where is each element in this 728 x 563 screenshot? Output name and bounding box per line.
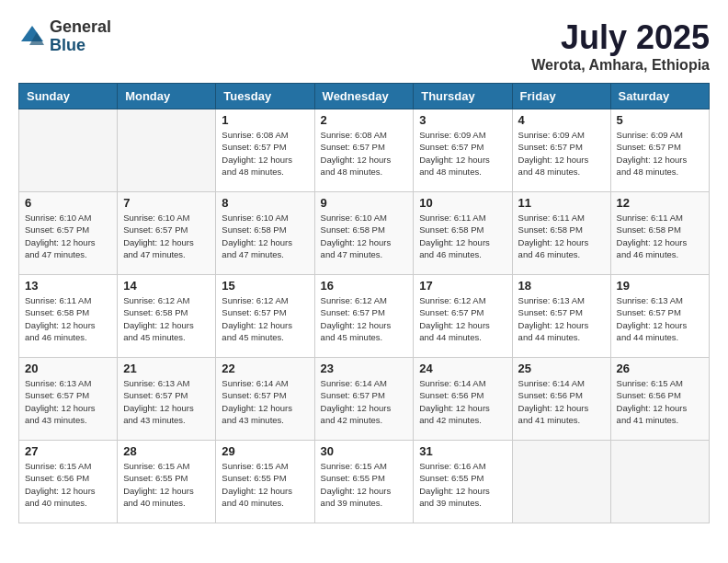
- day-number: 6: [25, 196, 111, 210]
- day-number: 29: [222, 444, 308, 458]
- day-detail: Sunrise: 6:10 AM Sunset: 6:58 PM Dayligh…: [321, 212, 408, 260]
- day-number: 16: [321, 279, 408, 293]
- day-number: 20: [25, 362, 111, 375]
- calendar-day-cell: 15Sunrise: 6:12 AM Sunset: 6:57 PM Dayli…: [216, 275, 314, 358]
- day-number: 28: [123, 444, 210, 458]
- month-year-title: July 2025: [531, 18, 710, 57]
- calendar-day-cell: 26Sunrise: 6:15 AM Sunset: 6:56 PM Dayli…: [610, 358, 709, 441]
- day-of-week-header: Monday: [118, 84, 216, 109]
- day-of-week-header: Thursday: [414, 84, 512, 109]
- calendar-day-cell: 9Sunrise: 6:10 AM Sunset: 6:58 PM Daylig…: [314, 192, 414, 275]
- day-detail: Sunrise: 6:16 AM Sunset: 6:55 PM Dayligh…: [419, 460, 506, 509]
- day-detail: Sunrise: 6:15 AM Sunset: 6:56 PM Dayligh…: [25, 460, 111, 509]
- logo-text: General Blue: [50, 18, 111, 55]
- day-number: 31: [419, 444, 506, 458]
- calendar-week-row: 27Sunrise: 6:15 AM Sunset: 6:56 PM Dayli…: [19, 441, 710, 523]
- calendar-day-cell: 20Sunrise: 6:13 AM Sunset: 6:57 PM Dayli…: [19, 358, 118, 441]
- calendar-day-cell: [610, 441, 709, 523]
- day-number: 18: [518, 279, 605, 293]
- day-number: 4: [518, 113, 605, 127]
- day-of-week-header: Sunday: [19, 84, 118, 109]
- calendar-day-cell: 7Sunrise: 6:10 AM Sunset: 6:57 PM Daylig…: [118, 192, 216, 275]
- calendar-day-cell: 4Sunrise: 6:09 AM Sunset: 6:57 PM Daylig…: [512, 109, 610, 192]
- day-detail: Sunrise: 6:11 AM Sunset: 6:58 PM Dayligh…: [25, 294, 111, 343]
- day-of-week-header: Wednesday: [314, 84, 414, 109]
- calendar-day-cell: [118, 109, 216, 192]
- day-detail: Sunrise: 6:09 AM Sunset: 6:57 PM Dayligh…: [419, 129, 506, 178]
- day-of-week-header: Friday: [512, 84, 610, 109]
- day-detail: Sunrise: 6:12 AM Sunset: 6:57 PM Dayligh…: [222, 294, 308, 343]
- calendar-week-row: 13Sunrise: 6:11 AM Sunset: 6:58 PM Dayli…: [19, 275, 710, 358]
- calendar-day-cell: [19, 109, 118, 192]
- calendar-day-cell: 27Sunrise: 6:15 AM Sunset: 6:56 PM Dayli…: [19, 441, 118, 523]
- day-detail: Sunrise: 6:11 AM Sunset: 6:58 PM Dayligh…: [617, 212, 703, 260]
- day-detail: Sunrise: 6:15 AM Sunset: 6:55 PM Dayligh…: [222, 460, 308, 509]
- day-number: 2: [321, 113, 408, 127]
- logo-blue: Blue: [50, 37, 111, 55]
- day-detail: Sunrise: 6:13 AM Sunset: 6:57 PM Dayligh…: [617, 294, 703, 343]
- day-detail: Sunrise: 6:13 AM Sunset: 6:57 PM Dayligh…: [123, 377, 210, 426]
- day-detail: Sunrise: 6:13 AM Sunset: 6:57 PM Dayligh…: [518, 294, 605, 343]
- day-number: 19: [617, 279, 703, 293]
- calendar-day-cell: [512, 441, 610, 523]
- calendar-day-cell: 30Sunrise: 6:15 AM Sunset: 6:55 PM Dayli…: [314, 441, 414, 523]
- calendar-day-cell: 14Sunrise: 6:12 AM Sunset: 6:58 PM Dayli…: [118, 275, 216, 358]
- calendar-week-row: 6Sunrise: 6:10 AM Sunset: 6:57 PM Daylig…: [19, 192, 710, 275]
- day-detail: Sunrise: 6:09 AM Sunset: 6:57 PM Dayligh…: [518, 129, 605, 178]
- calendar-day-cell: 29Sunrise: 6:15 AM Sunset: 6:55 PM Dayli…: [216, 441, 314, 523]
- day-number: 30: [321, 444, 408, 458]
- day-detail: Sunrise: 6:15 AM Sunset: 6:56 PM Dayligh…: [617, 377, 703, 426]
- calendar-day-cell: 18Sunrise: 6:13 AM Sunset: 6:57 PM Dayli…: [512, 275, 610, 358]
- calendar-day-cell: 6Sunrise: 6:10 AM Sunset: 6:57 PM Daylig…: [19, 192, 118, 275]
- day-number: 12: [617, 196, 703, 210]
- day-number: 11: [518, 196, 605, 210]
- day-number: 1: [222, 113, 308, 127]
- day-number: 7: [123, 196, 210, 210]
- calendar-week-row: 20Sunrise: 6:13 AM Sunset: 6:57 PM Dayli…: [19, 358, 710, 441]
- day-detail: Sunrise: 6:15 AM Sunset: 6:55 PM Dayligh…: [123, 460, 210, 509]
- calendar-day-cell: 11Sunrise: 6:11 AM Sunset: 6:58 PM Dayli…: [512, 192, 610, 275]
- calendar-day-cell: 22Sunrise: 6:14 AM Sunset: 6:57 PM Dayli…: [216, 358, 314, 441]
- day-detail: Sunrise: 6:15 AM Sunset: 6:55 PM Dayligh…: [321, 460, 408, 509]
- calendar-table: SundayMondayTuesdayWednesdayThursdayFrid…: [18, 83, 710, 523]
- day-detail: Sunrise: 6:12 AM Sunset: 6:58 PM Dayligh…: [123, 294, 210, 343]
- calendar-day-cell: 5Sunrise: 6:09 AM Sunset: 6:57 PM Daylig…: [610, 109, 709, 192]
- day-number: 24: [419, 362, 506, 375]
- calendar-day-cell: 19Sunrise: 6:13 AM Sunset: 6:57 PM Dayli…: [610, 275, 709, 358]
- calendar-day-cell: 28Sunrise: 6:15 AM Sunset: 6:55 PM Dayli…: [118, 441, 216, 523]
- calendar-day-cell: 1Sunrise: 6:08 AM Sunset: 6:57 PM Daylig…: [216, 109, 314, 192]
- calendar-header-row: SundayMondayTuesdayWednesdayThursdayFrid…: [19, 84, 710, 109]
- day-detail: Sunrise: 6:13 AM Sunset: 6:57 PM Dayligh…: [25, 377, 111, 426]
- calendar-week-row: 1Sunrise: 6:08 AM Sunset: 6:57 PM Daylig…: [19, 109, 710, 192]
- calendar-day-cell: 2Sunrise: 6:08 AM Sunset: 6:57 PM Daylig…: [314, 109, 414, 192]
- day-number: 14: [123, 279, 210, 293]
- day-detail: Sunrise: 6:11 AM Sunset: 6:58 PM Dayligh…: [419, 212, 506, 260]
- day-number: 26: [617, 362, 703, 375]
- day-number: 17: [419, 279, 506, 293]
- calendar-day-cell: 25Sunrise: 6:14 AM Sunset: 6:56 PM Dayli…: [512, 358, 610, 441]
- day-number: 15: [222, 279, 308, 293]
- calendar-day-cell: 17Sunrise: 6:12 AM Sunset: 6:57 PM Dayli…: [414, 275, 512, 358]
- calendar-day-cell: 12Sunrise: 6:11 AM Sunset: 6:58 PM Dayli…: [610, 192, 709, 275]
- day-detail: Sunrise: 6:09 AM Sunset: 6:57 PM Dayligh…: [617, 129, 703, 178]
- day-number: 3: [419, 113, 506, 127]
- calendar-day-cell: 13Sunrise: 6:11 AM Sunset: 6:58 PM Dayli…: [19, 275, 118, 358]
- page-header: General Blue July 2025 Werota, Amhara, E…: [18, 18, 710, 74]
- day-detail: Sunrise: 6:14 AM Sunset: 6:56 PM Dayligh…: [419, 377, 506, 426]
- day-of-week-header: Tuesday: [216, 84, 314, 109]
- day-detail: Sunrise: 6:11 AM Sunset: 6:58 PM Dayligh…: [518, 212, 605, 260]
- day-number: 21: [123, 362, 210, 375]
- calendar-day-cell: 21Sunrise: 6:13 AM Sunset: 6:57 PM Dayli…: [118, 358, 216, 441]
- day-number: 9: [321, 196, 408, 210]
- day-number: 25: [518, 362, 605, 375]
- location-subtitle: Werota, Amhara, Ethiopia: [531, 57, 710, 74]
- day-detail: Sunrise: 6:08 AM Sunset: 6:57 PM Dayligh…: [222, 129, 308, 178]
- day-of-week-header: Saturday: [610, 84, 709, 109]
- day-detail: Sunrise: 6:14 AM Sunset: 6:56 PM Dayligh…: [518, 377, 605, 426]
- logo-general: General: [50, 18, 111, 37]
- day-detail: Sunrise: 6:10 AM Sunset: 6:57 PM Dayligh…: [25, 212, 111, 260]
- calendar-day-cell: 8Sunrise: 6:10 AM Sunset: 6:58 PM Daylig…: [216, 192, 314, 275]
- day-detail: Sunrise: 6:12 AM Sunset: 6:57 PM Dayligh…: [321, 294, 408, 343]
- day-detail: Sunrise: 6:08 AM Sunset: 6:57 PM Dayligh…: [321, 129, 408, 178]
- day-number: 27: [25, 444, 111, 458]
